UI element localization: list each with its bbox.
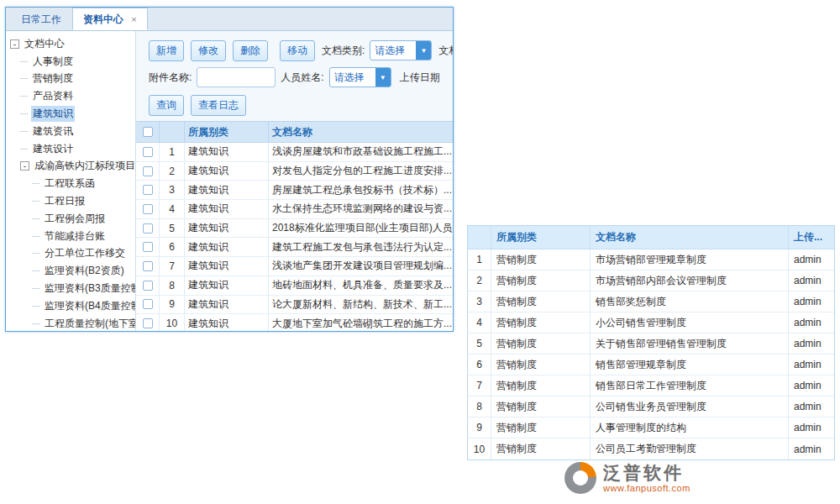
tab-daily-work[interactable]: 日常工作 — [10, 8, 72, 30]
row-category: 建筑知识 — [185, 296, 269, 314]
checkbox-icon — [143, 204, 153, 214]
table-row[interactable]: 3营销制度销售部奖惩制度admin — [468, 291, 834, 312]
query-button[interactable]: 查询 — [149, 95, 184, 116]
tree-connector — [20, 61, 28, 62]
tree-node[interactable]: 监理资料(B2资质) — [6, 262, 135, 280]
row-docname[interactable]: 公司销售业务员管理制度 — [591, 396, 789, 417]
select-all-checkbox[interactable] — [136, 122, 160, 142]
row-docname[interactable]: 地砖地面材料、机具准备、质量要求及... — [269, 276, 453, 295]
tree-connector — [32, 218, 39, 219]
row-docname[interactable]: 人事管理制度的结构 — [591, 417, 789, 438]
checkbox-icon — [143, 299, 153, 309]
table-row[interactable]: 10营销制度公司员工考勤管理制度admin — [468, 438, 834, 459]
table-row[interactable]: 8营销制度公司销售业务员管理制度admin — [468, 396, 834, 417]
add-button[interactable]: 新增 — [149, 40, 184, 61]
data-center-window: 日常工作 资料中心 × -文档中心人事制度营销制度产品资料建筑知识建筑资讯建筑设… — [5, 7, 454, 332]
table-row[interactable]: 5建筑知识2018标准化监理项目部(业主项目部)人员... — [136, 219, 453, 239]
table-row[interactable]: 9建筑知识论大厦新材料、新结构、新技术、新工... — [136, 296, 453, 315]
checkbox-icon — [143, 147, 153, 157]
view-log-button[interactable]: 查看日志 — [191, 95, 246, 116]
row-checkbox[interactable] — [136, 181, 160, 199]
row-docname[interactable]: 房屋建筑工程总承包投标书（技术标）... — [269, 181, 453, 199]
row-index: 1 — [468, 249, 491, 270]
table-row[interactable]: 5营销制度关于销售部管理销售管理制度admin — [468, 333, 834, 354]
table-row[interactable]: 7建筑知识浅谈地产集团开发建设项目管理规划编... — [136, 257, 453, 276]
row-checkbox[interactable] — [136, 143, 160, 161]
tree-node[interactable]: 分工单位工作移交 — [6, 245, 135, 263]
row-checkbox[interactable] — [136, 219, 160, 238]
tree-node[interactable]: 工程日报 — [6, 192, 135, 210]
row-docname[interactable]: 浅谈地产集团开发建设项目管理规划编... — [269, 257, 453, 276]
table-row[interactable]: 4建筑知识水土保持生态环境监测网络的建设与资... — [136, 200, 453, 219]
tree-node-expandable[interactable]: -成渝高铁内江标段项目 — [6, 158, 135, 176]
row-docname[interactable]: 对发包人指定分包的工程施工进度安排... — [269, 162, 453, 181]
row-checkbox[interactable] — [136, 296, 160, 314]
table-row[interactable]: 3建筑知识房屋建筑工程总承包投标书（技术标）... — [136, 181, 453, 200]
row-docname[interactable]: 销售部奖惩制度 — [591, 291, 789, 312]
row-docname[interactable]: 小公司销售管理制度 — [591, 312, 789, 333]
table-row[interactable]: 2营销制度市场营销部内部会议管理制度admin — [468, 270, 834, 291]
table-row[interactable]: 2建筑知识对发包人指定分包的工程施工进度安排... — [136, 162, 453, 181]
row-checkbox[interactable] — [136, 200, 160, 218]
row-category: 建筑知识 — [185, 219, 269, 238]
tree-node[interactable]: 监理资料(B3质量控制) — [6, 280, 135, 297]
row-docname[interactable]: 论大厦新材料、新结构、新技术、新工... — [269, 296, 453, 314]
tree-node[interactable]: 产品资料 — [6, 87, 135, 105]
fanpu-logo: 泛普软件 www.fanpusoft.com — [564, 462, 690, 494]
row-docname[interactable]: 市场营销部管理规章制度 — [591, 249, 789, 270]
table-body: 1建筑知识浅谈房屋建筑和市政基础设施工程施工...2建筑知识对发包人指定分包的工… — [136, 143, 453, 331]
window-body: -文档中心人事制度营销制度产品资料建筑知识建筑资讯建筑设计-成渝高铁内江标段项目… — [6, 31, 453, 331]
row-checkbox[interactable] — [136, 257, 160, 276]
row-checkbox[interactable] — [136, 276, 160, 295]
checkbox-icon — [143, 318, 153, 328]
collapse-icon[interactable]: - — [20, 161, 29, 171]
collapse-icon[interactable]: - — [10, 39, 19, 49]
tree-node[interactable]: 建筑资讯 — [6, 123, 135, 140]
move-button[interactable]: 移动 — [280, 40, 315, 61]
tree-node[interactable]: 人事制度 — [6, 53, 135, 71]
doc-category-select[interactable]: 请选择 ▼ — [370, 40, 432, 60]
row-checkbox[interactable] — [136, 238, 160, 256]
index-header — [160, 122, 185, 142]
row-docname[interactable]: 销售部日常工作管理制度 — [591, 375, 789, 396]
row-docname[interactable]: 市场营销部内部会议管理制度 — [591, 270, 789, 291]
row-checkbox[interactable] — [136, 314, 160, 331]
row-docname[interactable]: 2018标准化监理项目部(业主项目部)人员... — [269, 219, 453, 238]
row-docname[interactable]: 销售部管理规章制度 — [591, 354, 789, 375]
attachment-name-input[interactable] — [197, 67, 276, 87]
tree-node[interactable]: 建筑知识 — [6, 105, 135, 123]
tree-node[interactable]: 工程例会周报 — [6, 210, 135, 228]
table-row[interactable]: 1建筑知识浅谈房屋建筑和市政基础设施工程施工... — [136, 143, 453, 162]
tree-node-label: 人事制度 — [31, 54, 75, 70]
tree-node-expandable[interactable]: -文档中心 — [6, 35, 135, 53]
tree-node[interactable]: 营销制度 — [6, 71, 135, 88]
table-row[interactable]: 7营销制度销售部日常工作管理制度admin — [468, 375, 834, 396]
tree-node[interactable]: 工程联系函 — [6, 175, 135, 192]
table-row[interactable]: 6建筑知识建筑工程施工发包与承包违法行为认定... — [136, 238, 453, 257]
table-row[interactable]: 9营销制度人事管理制度的结构admin — [468, 417, 834, 438]
table-row[interactable]: 8建筑知识地砖地面材料、机具准备、质量要求及... — [136, 276, 453, 296]
row-uploader: admin — [789, 438, 834, 459]
person-name-select[interactable]: 请选择 ▼ — [329, 67, 391, 87]
tree-node[interactable]: 节能减排台账 — [6, 228, 135, 245]
tree-node[interactable]: 工程质量控制(地下室) — [6, 315, 135, 331]
row-checkbox[interactable] — [136, 162, 160, 181]
row-docname[interactable]: 水土保持生态环境监测网络的建设与资... — [269, 200, 453, 218]
row-docname[interactable]: 浅谈房屋建筑和市政基础设施工程施工... — [269, 143, 453, 161]
modify-button[interactable]: 修改 — [191, 40, 226, 61]
tree-node[interactable]: 建筑设计 — [6, 140, 135, 158]
row-docname[interactable]: 关于销售部管理销售管理制度 — [591, 333, 789, 354]
table-row[interactable]: 6营销制度销售部管理规章制度admin — [468, 354, 834, 375]
tab-data-center[interactable]: 资料中心 × — [72, 8, 148, 30]
table-row[interactable]: 4营销制度小公司销售管理制度admin — [468, 312, 834, 333]
close-icon[interactable]: × — [131, 14, 136, 24]
row-index: 8 — [160, 276, 185, 295]
tree-node[interactable]: 监理资料(B4质量控制) — [6, 297, 135, 315]
table-row[interactable]: 1营销制度市场营销部管理规章制度admin — [468, 249, 834, 270]
table-row[interactable]: 10建筑知识大厦地下室加气砼墙砌筑工程的施工方... — [136, 314, 453, 331]
row-docname[interactable]: 大厦地下室加气砼墙砌筑工程的施工方... — [269, 314, 453, 331]
tree-connector — [32, 288, 39, 289]
row-docname[interactable]: 公司员工考勤管理制度 — [591, 438, 789, 459]
row-docname[interactable]: 建筑工程施工发包与承包违法行为认定... — [269, 238, 453, 256]
delete-button[interactable]: 删除 — [233, 40, 268, 61]
